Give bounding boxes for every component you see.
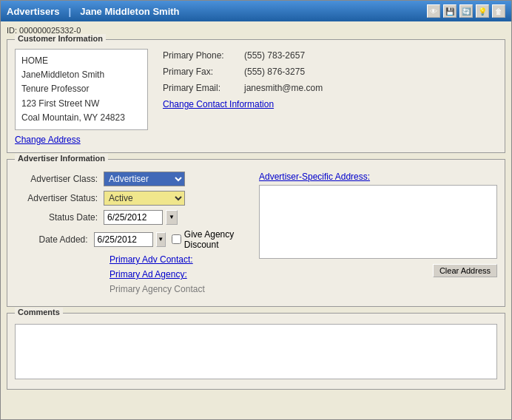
eye-icon[interactable]: 👁 [427, 4, 440, 18]
email-label: Primary Email: [163, 83, 244, 93]
date-added-row: Date Added: ▼ Give Agency Discount [15, 229, 252, 250]
advertiser-information-section: Advertiser Information Advertiser Class:… [7, 159, 505, 307]
phone-label: Primary Phone: [163, 50, 244, 61]
primary-agency-contact-label: Primary Agency Contact [110, 284, 205, 294]
date-added-dropdown[interactable]: ▼ [156, 232, 166, 247]
date-added-input[interactable] [94, 232, 153, 247]
address-line-3: Tenure Professor [21, 82, 141, 96]
customer-information-section: Customer Information HOME JaneMiddleton … [7, 39, 505, 153]
advertiser-specific-address-link[interactable]: Advertiser-Specific Address: [259, 172, 370, 182]
record-name: Jane Middleton Smith [80, 6, 179, 17]
advertiser-status-row: Advertiser Status: Active [15, 191, 252, 206]
primary-adv-contact-link[interactable]: Primary Adv Contact: [110, 254, 193, 265]
status-date-dropdown[interactable]: ▼ [166, 210, 178, 225]
customer-info-title: Customer Information [15, 34, 106, 43]
date-added-control: ▼ Give Agency Discount [94, 229, 252, 250]
main-window: Advertisers | Jane Middleton Smith 👁 💾 🔄… [0, 0, 512, 420]
clear-address-button[interactable]: Clear Address [433, 264, 497, 277]
phone-row: Primary Phone: (555) 783-2657 [163, 50, 497, 61]
primary-ad-agency-row: Primary Ad Agency: [15, 269, 252, 280]
date-added-label: Date Added: [15, 234, 94, 245]
advertiser-status-control: Active [104, 191, 185, 206]
agency-discount-row: Give Agency Discount [172, 229, 252, 250]
advertiser-specific-address-textarea[interactable] [259, 185, 497, 259]
adv-info-grid: Advertiser Class: Advertiser Advertiser … [15, 172, 497, 299]
status-date-input[interactable] [104, 210, 163, 225]
address-line-2: JaneMiddleton Smith [21, 68, 141, 82]
title-separator: | [69, 6, 72, 17]
primary-adv-contact-row: Primary Adv Contact: [15, 254, 252, 265]
address-line-5: Coal Mountain, WY 24823 [21, 111, 141, 125]
advertiser-class-label: Advertiser Class: [15, 174, 104, 184]
advertiser-class-select[interactable]: Advertiser [104, 172, 185, 186]
title-bar-left: Advertisers | Jane Middleton Smith [7, 6, 180, 17]
agency-discount-label: Give Agency Discount [184, 229, 252, 250]
primary-agency-contact-row: Primary Agency Contact [15, 284, 252, 294]
advertiser-status-select[interactable]: Active [104, 191, 185, 206]
address-line-4: 123 First Street NW [21, 97, 141, 111]
save-icon[interactable]: 💾 [443, 4, 457, 18]
advertiser-class-row: Advertiser Class: Advertiser [15, 172, 252, 186]
title-bar-icons: 👁 💾 🔄 💡 🗑 [427, 4, 505, 18]
email-value: janesmith@me.com [244, 83, 323, 93]
status-date-label: Status Date: [15, 212, 104, 223]
content-area: ID: 000000025332-0 Customer Information … [1, 21, 511, 419]
comments-section: Comments [7, 313, 505, 390]
email-row: Primary Email: janesmith@me.com [163, 83, 497, 93]
app-name: Advertisers [7, 6, 60, 17]
contact-right: Primary Phone: (555) 783-2657 Primary Fa… [163, 49, 497, 145]
customer-info-grid: HOME JaneMiddleton Smith Tenure Professo… [15, 49, 497, 145]
fax-row: Primary Fax: (555) 876-3275 [163, 67, 497, 77]
change-contact-link[interactable]: Change Contact Information [163, 99, 274, 109]
adv-info-title: Advertiser Information [15, 154, 108, 163]
title-bar: Advertisers | Jane Middleton Smith 👁 💾 🔄… [1, 1, 511, 21]
status-date-row: Status Date: ▼ [15, 210, 252, 225]
change-address-link[interactable]: Change Address [15, 135, 81, 145]
comments-title: Comments [15, 308, 63, 316]
advertiser-status-label: Advertiser Status: [15, 193, 104, 203]
address-line-1: HOME [21, 54, 141, 68]
adv-right: Advertiser-Specific Address: Clear Addre… [259, 172, 497, 299]
refresh-icon[interactable]: 🔄 [459, 4, 473, 18]
address-box: HOME JaneMiddleton Smith Tenure Professo… [15, 49, 148, 130]
status-date-control: ▼ [104, 210, 178, 225]
agency-discount-checkbox[interactable] [172, 234, 181, 244]
phone-value: (555) 783-2657 [244, 50, 305, 61]
fax-value: (555) 876-3275 [244, 67, 305, 77]
close-icon[interactable]: 🗑 [492, 4, 505, 18]
adv-left: Advertiser Class: Advertiser Advertiser … [15, 172, 252, 299]
advertiser-class-control: Advertiser [104, 172, 185, 186]
alert-icon[interactable]: 💡 [476, 4, 489, 18]
fax-label: Primary Fax: [163, 67, 244, 77]
comments-textarea[interactable] [15, 324, 497, 379]
primary-ad-agency-link[interactable]: Primary Ad Agency: [110, 269, 187, 280]
